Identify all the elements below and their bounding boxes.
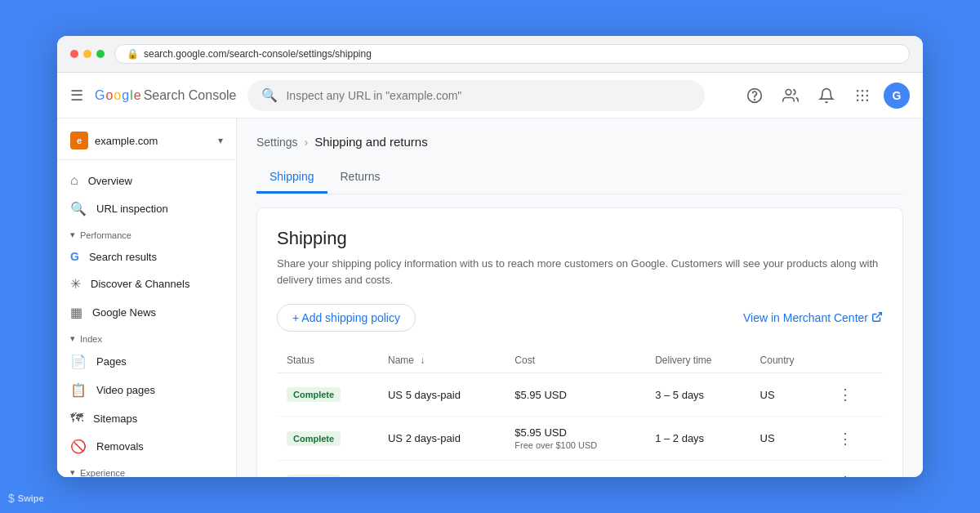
logo-o1: o [105, 88, 113, 103]
sidebar-item-pages[interactable]: 📄 Pages [57, 347, 229, 376]
help-button[interactable] [740, 81, 769, 110]
sidebar-item-google-news[interactable]: ▦ Google News [57, 298, 229, 327]
sitemaps-label: Sitemaps [93, 413, 137, 425]
sidebar-item-sitemaps[interactable]: 🗺 Sitemaps [57, 404, 229, 432]
sidebar-item-discover[interactable]: ✳ Discover & Channels [57, 270, 229, 298]
logo-o2: o [114, 88, 121, 103]
name-cell: US 5 days-paid [378, 373, 505, 417]
logo-g: G [95, 88, 105, 103]
tab-shipping[interactable]: Shipping [256, 162, 327, 194]
card-actions: + Add shipping policy View in Merchant C… [277, 304, 883, 332]
delivery-time-cell: 1 – 2 days [645, 417, 750, 461]
app-logo: G o o g l e Search Console [95, 88, 236, 103]
property-name: example.com [95, 135, 212, 147]
shipping-card: Shipping Share your shipping policy info… [256, 207, 903, 477]
section-performance[interactable]: ▾ Performance [57, 223, 236, 243]
video-pages-label: Video pages [96, 384, 155, 396]
section-index-arrow: ▾ [70, 333, 75, 344]
users-button[interactable] [776, 81, 805, 110]
status-badge: Complete [287, 387, 341, 402]
table-row: Complete US 5 days-paid $5.95 USD 3 – 5 … [277, 373, 883, 417]
svg-point-8 [866, 94, 869, 96]
col-cost: Cost [505, 348, 645, 373]
removals-icon: 🚫 [70, 439, 87, 454]
tabs: Shipping Returns [256, 162, 903, 194]
add-shipping-policy-button[interactable]: + Add shipping policy [277, 304, 416, 332]
google-news-icon: ▦ [70, 305, 82, 320]
search-icon: 🔍 [261, 87, 278, 103]
shipping-table: Status Name ↓ Cost Delivery time Country [277, 348, 883, 477]
col-name[interactable]: Name ↓ [378, 348, 505, 373]
table-row: Complete US 2 days-paid $5.95 USD Free o… [277, 417, 883, 461]
row-more-button[interactable]: ⋮ [834, 427, 857, 450]
logo-e: e [134, 88, 141, 103]
logo-suffix: Search Console [144, 88, 237, 103]
avatar[interactable]: G [884, 83, 910, 109]
logo-l: l [130, 88, 133, 103]
sidebar-item-overview[interactable]: ⌂ Overview [57, 167, 229, 194]
card-description: Share your shipping policy information w… [277, 256, 883, 288]
search-input[interactable] [286, 89, 691, 102]
svg-point-4 [862, 89, 864, 91]
row-more-button[interactable]: ⋮ [834, 471, 857, 477]
apps-button[interactable] [848, 81, 877, 110]
google-news-label: Google News [92, 306, 156, 319]
overview-icon: ⌂ [70, 173, 78, 188]
video-pages-icon: 📋 [70, 382, 87, 398]
country-cell: US [751, 417, 825, 461]
pages-icon: 📄 [70, 354, 87, 369]
discover-label: Discover & Channels [91, 278, 189, 290]
name-cell: CA 7 days-free [378, 461, 505, 478]
section-performance-arrow: ▾ [70, 230, 75, 240]
card-title: Shipping [277, 228, 883, 249]
col-country: Country [751, 348, 825, 373]
property-icon: e [70, 132, 88, 149]
address-bar[interactable]: 🔒 search.google.com/search-console/setti… [114, 44, 910, 64]
external-link-icon [871, 311, 883, 325]
section-experience-arrow: ▾ [70, 467, 75, 477]
pages-label: Pages [96, 355, 127, 368]
country-cell: CA [751, 461, 825, 478]
menu-icon[interactable]: ☰ [70, 87, 83, 105]
url-inspection-label: URL inspection [96, 203, 168, 215]
view-merchant-center-link[interactable]: View in Merchant Center [743, 311, 883, 325]
sidebar-item-search-results[interactable]: G Search results [57, 243, 229, 270]
sidebar-item-url-inspection[interactable]: 🔍 URL inspection [57, 194, 229, 223]
svg-point-7 [862, 94, 864, 96]
country-cell: US [751, 373, 825, 417]
row-more-button[interactable]: ⋮ [834, 383, 857, 406]
search-results-label: Search results [89, 251, 157, 263]
section-experience-label: Experience [80, 468, 125, 478]
col-status: Status [277, 348, 378, 373]
header-actions: G [740, 81, 910, 110]
status-badge: Complete [287, 475, 341, 477]
sidebar-item-removals[interactable]: 🚫 Removals [57, 432, 229, 461]
cost-cell: $5.95 USD Free over $100 USD [505, 417, 645, 461]
sort-icon: ↓ [420, 355, 425, 366]
sidebar-item-video-pages[interactable]: 📋 Video pages [57, 376, 229, 404]
cost-cell: Free [505, 461, 645, 478]
property-selector[interactable]: e example.com ▾ [57, 125, 236, 160]
logo-g2: g [122, 88, 129, 103]
breadcrumb-separator: › [305, 136, 309, 149]
svg-point-3 [857, 89, 859, 91]
view-merchant-label: View in Merchant Center [743, 311, 868, 324]
sitemaps-icon: 🗺 [70, 411, 83, 426]
breadcrumb-settings[interactable]: Settings [256, 136, 298, 149]
col-delivery-time: Delivery time [645, 348, 750, 373]
tab-returns[interactable]: Returns [327, 162, 394, 194]
svg-line-12 [876, 312, 881, 317]
main-content: Settings › Shipping and returns Shipping… [237, 118, 923, 477]
bell-button[interactable] [812, 81, 841, 110]
svg-point-10 [862, 99, 864, 101]
svg-point-11 [866, 99, 869, 101]
search-bar[interactable]: 🔍 [247, 80, 705, 111]
table-row: Complete CA 7 days-free Free 5 – 7 days … [277, 461, 883, 478]
delivery-time-cell: 5 – 7 days [645, 461, 750, 478]
col-actions [824, 348, 883, 373]
svg-point-6 [857, 94, 859, 96]
svg-point-2 [786, 89, 791, 95]
section-index[interactable]: ▾ Index [57, 327, 236, 347]
section-index-label: Index [80, 334, 102, 344]
section-experience[interactable]: ▾ Experience [57, 461, 236, 477]
